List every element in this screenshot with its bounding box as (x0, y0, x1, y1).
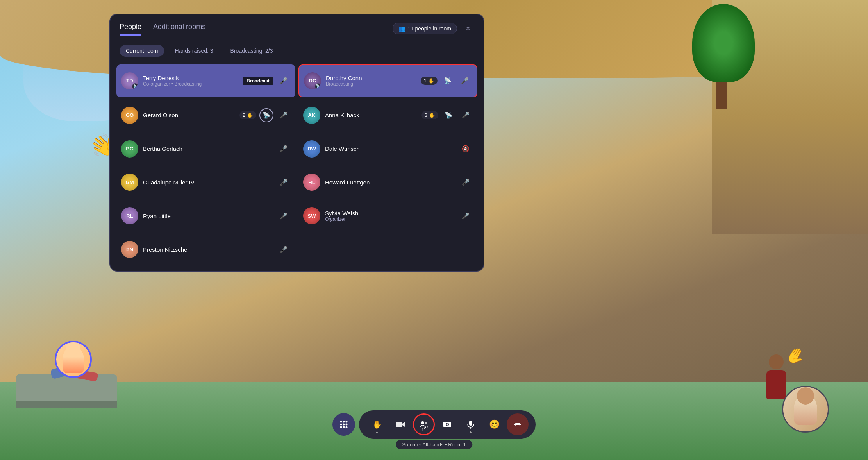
sylvia-mic-icon[interactable]: 🎤 (459, 209, 473, 223)
end-call-button[interactable] (507, 413, 529, 435)
svg-marker-10 (402, 422, 405, 427)
ryan-name: Ryan Little (143, 213, 277, 219)
preston-mic-icon[interactable]: 🎤 (277, 242, 291, 256)
people-button[interactable]: 11 (413, 413, 435, 435)
anna-name: Anna Kilback (325, 112, 421, 118)
participant-terry[interactable]: TD 📡 Terry Denesik Co-organizer • Broadc… (116, 64, 295, 97)
dorothy-broadcast-icon[interactable]: 📡 (441, 74, 455, 88)
people-panel: People Additional rooms 👥 11 people in r… (109, 14, 484, 272)
gerard-hands: 2✋ (239, 111, 256, 119)
avatar-terry: TD 📡 (121, 72, 138, 89)
session-label: Summer All-hands • Room 1 (396, 440, 472, 449)
dale-info: Dale Wunsch (325, 145, 459, 152)
preston-name: Preston Nitzsche (143, 246, 277, 253)
terry-broadcast-badge: Broadcast (243, 77, 273, 85)
anna-broadcast-icon[interactable]: 📡 (441, 108, 455, 122)
dorothy-role: Broadcasting (326, 81, 421, 87)
terry-role: Co-organizer • Broadcasting (143, 81, 243, 87)
participant-preston[interactable]: PN Preston Nitzsche 🎤 (116, 234, 295, 265)
gerard-broadcast-icon[interactable]: 📡 (259, 108, 273, 122)
svg-rect-16 (469, 421, 472, 426)
avatar-left (55, 341, 92, 378)
svg-point-1 (343, 421, 345, 423)
svg-point-2 (346, 421, 348, 423)
svg-rect-9 (396, 422, 402, 427)
people-count-badge: 👥 11 people in room (393, 23, 457, 34)
howard-name: Howard Luettgen (325, 179, 459, 186)
apps-button[interactable] (332, 413, 355, 436)
terry-name: Terry Denesik (143, 75, 243, 81)
camera-button[interactable] (389, 413, 411, 435)
svg-point-5 (346, 424, 348, 426)
sylvia-name: Sylvia Walsh (325, 210, 459, 217)
participant-gerard[interactable]: GO Gerard Olson 2✋ 📡 🎤 (116, 100, 295, 131)
avatar-gerard: GO (121, 107, 138, 124)
howard-info: Howard Luettgen (325, 179, 459, 186)
guadalupe-info: Guadalupe Miller IV (143, 179, 277, 186)
close-button[interactable]: × (462, 22, 474, 35)
bertha-mic-icon[interactable]: 🎤 (277, 142, 291, 156)
ryan-actions: 🎤 (277, 209, 291, 223)
participant-ryan[interactable]: RL Ryan Little 🎤 (116, 200, 295, 231)
participant-guadalupe[interactable]: GM Guadalupe Miller IV 🎤 (116, 166, 295, 198)
avatar-howard: HL (303, 174, 320, 191)
svg-point-0 (340, 421, 342, 423)
svg-point-7 (343, 426, 345, 428)
ryan-mic-icon[interactable]: 🎤 (277, 209, 291, 223)
avatar-ryan: RL (121, 207, 138, 224)
dale-name: Dale Wunsch (325, 145, 459, 152)
people-count-text: 11 people in room (407, 25, 451, 32)
terry-mic-icon[interactable]: 🎤 (277, 74, 291, 88)
participant-howard[interactable]: HL Howard Luettgen 🎤 (298, 166, 477, 198)
tab-rooms[interactable]: Additional rooms (153, 23, 205, 35)
raise-hand-button[interactable]: ✋ ▲ (366, 413, 388, 435)
svg-point-12 (425, 422, 427, 424)
participant-bertha[interactable]: BG Bertha Gerlach 🎤 (116, 133, 295, 165)
avatar-dale: DW (303, 140, 320, 158)
avatar-preston: PN (121, 241, 138, 258)
gerard-name: Gerard Olson (143, 112, 239, 118)
dale-mic-icon[interactable]: 🔇 (459, 142, 473, 156)
gerard-info: Gerard Olson (143, 112, 239, 118)
terry-avatar-badge: 📡 (132, 83, 138, 89)
guadalupe-mic-icon[interactable]: 🎤 (277, 175, 291, 189)
participant-dale[interactable]: DW Dale Wunsch 🔇 (298, 133, 477, 165)
svg-point-11 (421, 421, 424, 424)
dorothy-name: Dorothy Conn (326, 75, 421, 81)
tree (688, 4, 755, 109)
filter-row: Current room Hands raised: 3 Broadcastin… (110, 38, 484, 63)
filter-broadcasting[interactable]: Broadcasting: 2/3 (224, 45, 280, 57)
sylvia-actions: 🎤 (459, 209, 473, 223)
sylvia-info: Sylvia Walsh Organizer (325, 210, 459, 222)
tab-people[interactable]: People (120, 23, 141, 35)
participant-dorothy[interactable]: DC 📡 Dorothy Conn Broadcasting 1✋ 📡 🎤 (298, 64, 477, 97)
dale-actions: 🔇 (459, 142, 473, 156)
avatar-dorothy: DC 📡 (304, 72, 321, 89)
anna-hands: 3✋ (421, 111, 438, 119)
howard-actions: 🎤 (459, 175, 473, 189)
filter-current-room[interactable]: Current room (120, 45, 164, 57)
couch (8, 374, 117, 401)
person-right: ✋ (766, 354, 786, 399)
anna-mic-icon[interactable]: 🎤 (459, 108, 473, 122)
dorothy-avatar-badge: 📡 (315, 83, 321, 89)
ryan-info: Ryan Little (143, 213, 277, 219)
photo-button[interactable] (436, 413, 458, 435)
gerard-actions: 2✋ 📡 🎤 (239, 108, 291, 122)
howard-mic-icon[interactable]: 🎤 (459, 175, 473, 189)
filter-hands-raised[interactable]: Hands raised: 3 (168, 45, 220, 57)
anna-actions: 3✋ 📡 🎤 (421, 108, 473, 122)
terry-info: Terry Denesik Co-organizer • Broadcastin… (143, 75, 243, 87)
mic-button[interactable]: ▲ (460, 413, 482, 435)
anna-info: Anna Kilback (325, 112, 421, 118)
svg-point-3 (340, 424, 342, 426)
bertha-name: Bertha Gerlach (143, 145, 277, 152)
participant-anna[interactable]: AK Anna Kilback 3✋ 📡 🎤 (298, 100, 477, 131)
terry-actions: Broadcast 🎤 (243, 74, 291, 88)
dorothy-mic-icon[interactable]: 🎤 (458, 74, 472, 88)
avatar-sylvia: SW (303, 207, 320, 224)
emoji-button[interactable]: 😊 (483, 413, 505, 435)
toolbar-container: ✋ ▲ 11 (332, 410, 536, 439)
gerard-mic-icon[interactable]: 🎤 (277, 108, 291, 122)
participant-sylvia[interactable]: SW Sylvia Walsh Organizer 🎤 (298, 200, 477, 231)
